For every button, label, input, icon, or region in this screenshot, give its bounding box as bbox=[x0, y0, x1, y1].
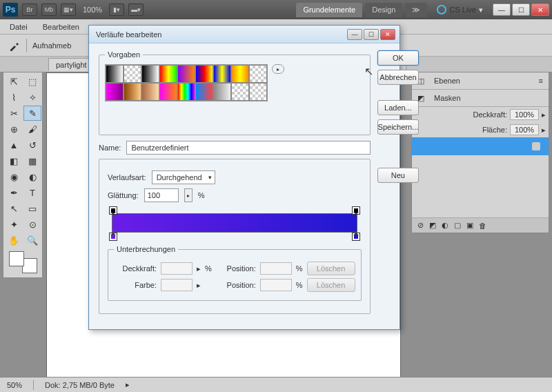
save-button[interactable]: Speichern... bbox=[377, 119, 420, 135]
color-stop-right[interactable] bbox=[352, 233, 360, 241]
preset-swatch[interactable] bbox=[195, 83, 213, 101]
menu-bearbeiten[interactable]: Bearbeiten bbox=[40, 21, 82, 32]
tab-ebenen[interactable]: Ebenen bbox=[430, 75, 464, 86]
preset-swatch[interactable] bbox=[213, 83, 231, 101]
opacity-value[interactable]: 100% bbox=[510, 109, 539, 120]
cancel-button[interactable]: Abbrechen bbox=[377, 70, 420, 85]
mask-icon[interactable]: ◩ bbox=[429, 221, 436, 230]
gradient-type-fieldset: Verlaufsart: Durchgehend Glättung: ▸ % bbox=[99, 159, 371, 314]
new-button[interactable]: Neu bbox=[377, 168, 420, 183]
preset-swatch[interactable] bbox=[213, 65, 231, 83]
gradient-bar-editor[interactable] bbox=[108, 213, 362, 233]
brush-tool[interactable]: 🖌 bbox=[23, 121, 41, 137]
dodge-tool[interactable]: ◐ bbox=[23, 169, 41, 184]
stamp-tool[interactable]: ▲ bbox=[5, 137, 23, 153]
tab-masken[interactable]: Masken bbox=[430, 92, 465, 104]
dialog-minimize-button[interactable]: — bbox=[347, 29, 362, 40]
bridge-icon[interactable]: Br bbox=[22, 3, 37, 16]
ub-position2-input bbox=[260, 279, 292, 291]
3d-cam-tool[interactable]: ⊙ bbox=[23, 217, 41, 232]
hand-tool[interactable]: ✋ bbox=[5, 233, 23, 248]
preset-swatch[interactable] bbox=[159, 83, 177, 101]
preset-swatch[interactable] bbox=[159, 65, 177, 83]
presets-fieldset: Vorgaben ▸ bbox=[99, 50, 371, 135]
cslive-icon bbox=[437, 5, 446, 14]
workspace-grundelemente[interactable]: Grundelemente bbox=[296, 3, 362, 17]
lasso-tool[interactable]: ⌇ bbox=[5, 90, 23, 105]
crop-tool[interactable]: ✂ bbox=[5, 106, 23, 121]
preset-swatch[interactable] bbox=[249, 65, 267, 83]
preset-swatch[interactable] bbox=[249, 83, 267, 101]
preset-swatch[interactable] bbox=[106, 83, 124, 101]
document-tab[interactable]: partylight bbox=[48, 58, 95, 71]
pen-tool[interactable]: ✒ bbox=[5, 185, 23, 200]
background-color[interactable] bbox=[22, 258, 37, 273]
type-select[interactable]: Durchgehend bbox=[152, 170, 215, 184]
preset-swatch[interactable] bbox=[106, 65, 124, 83]
wand-tool[interactable]: ✧ bbox=[23, 90, 41, 105]
eraser-tool[interactable]: ◧ bbox=[5, 153, 23, 168]
view-extras-icon[interactable]: ▦▾ bbox=[61, 3, 76, 16]
smoothness-stepper[interactable]: ▸ bbox=[184, 188, 193, 202]
ub-color-swatch bbox=[161, 279, 193, 291]
heal-tool[interactable]: ⊕ bbox=[5, 121, 23, 137]
ok-button[interactable]: OK bbox=[377, 50, 420, 66]
app-maximize-button[interactable]: ☐ bbox=[512, 3, 530, 16]
color-stop-left[interactable] bbox=[109, 233, 117, 241]
folder-icon[interactable]: ▢ bbox=[454, 221, 461, 230]
name-input[interactable] bbox=[126, 141, 370, 155]
preset-swatch[interactable] bbox=[141, 83, 159, 101]
history-tool[interactable]: ↺ bbox=[23, 137, 41, 153]
opacity-stop-right[interactable] bbox=[352, 206, 360, 215]
move-tool[interactable]: ⇱ bbox=[5, 74, 23, 89]
app-close-button[interactable]: ✕ bbox=[531, 3, 549, 16]
preset-swatch[interactable] bbox=[124, 65, 141, 83]
dialog-close-button[interactable]: ✕ bbox=[380, 29, 395, 40]
color-swatches[interactable] bbox=[5, 248, 41, 276]
zoom-tool[interactable]: 🔍 bbox=[23, 233, 41, 248]
new-layer-icon[interactable]: ▣ bbox=[466, 221, 473, 230]
load-button[interactable]: Laden... bbox=[377, 100, 420, 115]
menu-datei[interactable]: Datei bbox=[7, 21, 30, 32]
preset-swatch[interactable] bbox=[177, 83, 195, 101]
adjust-icon[interactable]: ◐ bbox=[442, 221, 448, 230]
type-tool[interactable]: T bbox=[23, 185, 41, 200]
status-doc[interactable]: Dok: 2,75 MB/0 Byte bbox=[45, 381, 115, 389]
status-zoom[interactable]: 50% bbox=[7, 381, 22, 389]
minibridge-icon[interactable]: Mb bbox=[41, 3, 57, 16]
arrange-icon[interactable]: ▮▾ bbox=[109, 3, 124, 16]
preset-menu-button[interactable]: ▸ bbox=[272, 64, 284, 74]
workspace-more[interactable]: ≫ bbox=[405, 3, 427, 17]
path-tool[interactable]: ↖ bbox=[5, 201, 23, 216]
smoothness-input[interactable] bbox=[144, 188, 179, 202]
shape-tool[interactable]: ▭ bbox=[23, 201, 41, 216]
opacity-stop-left[interactable] bbox=[109, 206, 117, 215]
gradient-tool[interactable]: ▦ bbox=[23, 153, 41, 168]
preset-swatch[interactable] bbox=[231, 83, 249, 101]
panel-menu-icon[interactable]: ≡ bbox=[539, 77, 543, 85]
ub-position-label: Position: bbox=[221, 264, 256, 273]
gradient-preview[interactable] bbox=[112, 213, 357, 233]
eyedropper-tool[interactable]: ✎ bbox=[23, 106, 41, 121]
preset-swatch[interactable] bbox=[141, 65, 159, 83]
layer-background[interactable] bbox=[412, 137, 549, 155]
preset-swatch[interactable] bbox=[231, 65, 249, 83]
preset-swatch[interactable] bbox=[124, 83, 141, 101]
zoom-level[interactable]: 100% bbox=[83, 6, 102, 14]
fill-label: Fläche: bbox=[482, 126, 507, 134]
layers-footer: ⊘ ◩ ◐ ▢ ▣ 🗑 bbox=[412, 217, 549, 233]
screen-mode-icon[interactable]: ▬▾ bbox=[128, 3, 144, 16]
workspace-design[interactable]: Design bbox=[365, 3, 402, 17]
dialog-titlebar[interactable]: Verläufe bearbeiten — ☐ ✕ bbox=[89, 26, 400, 43]
blur-tool[interactable]: ◉ bbox=[5, 169, 23, 184]
app-minimize-button[interactable]: — bbox=[493, 3, 511, 16]
fill-value[interactable]: 100% bbox=[510, 124, 539, 135]
preset-swatch[interactable] bbox=[177, 65, 195, 83]
trash-icon[interactable]: 🗑 bbox=[479, 222, 486, 230]
3d-tool[interactable]: ✦ bbox=[5, 217, 23, 232]
marquee-tool[interactable]: ⬚ bbox=[23, 74, 41, 89]
dialog-maximize-button[interactable]: ☐ bbox=[364, 29, 379, 40]
cs-live-button[interactable]: CS Live ▾ bbox=[437, 5, 483, 14]
foreground-color[interactable] bbox=[9, 251, 24, 266]
preset-swatch[interactable] bbox=[195, 65, 213, 83]
